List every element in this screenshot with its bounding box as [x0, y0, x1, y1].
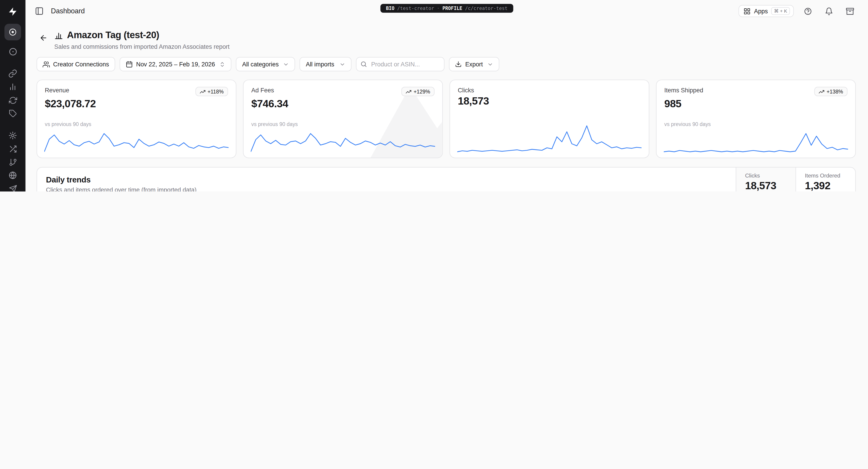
chevrons-up-down-icon [219, 61, 225, 67]
stat-label: Clicks [458, 87, 474, 93]
app-window: Dashboard BIO /test-creator · PROFILE /c… [0, 0, 868, 192]
badge-separator: · [437, 5, 440, 11]
stat-value: $23,078.72 [45, 98, 228, 110]
search-input[interactable] [356, 57, 445, 71]
category-select-value: All categories [242, 61, 279, 67]
context-badge[interactable]: BIO /test-creator · PROFILE /c/creator-t… [380, 4, 513, 13]
sidebar-item-flows[interactable] [3, 155, 22, 169]
stat-label: Revenue [45, 87, 69, 93]
chevron-down-icon [340, 61, 346, 67]
sidebar-item-disc[interactable] [3, 45, 22, 58]
stat-card-clicks: Clicks 18,573 [450, 80, 649, 158]
category-select[interactable]: All categories [236, 57, 295, 71]
topbar-actions: Apps ⌘ + K [739, 4, 857, 18]
topbar: Dashboard BIO /test-creator · PROFILE /c… [26, 0, 868, 22]
export-label: Export [465, 61, 483, 67]
profile-value: /c/creator-test [465, 5, 507, 11]
archive-box-icon [846, 7, 854, 15]
stat-cards: Revenue +118% $23,078.72 vs previous 90 … [37, 80, 856, 158]
sidebar-item-web[interactable] [3, 169, 22, 182]
stat-card-ad-fees: Ad Fees +129% $746.34 vs previous 90 day… [243, 80, 443, 158]
apps-label: Apps [754, 8, 768, 14]
search-icon [361, 61, 367, 67]
clicks-sparkline [457, 125, 642, 153]
page-breadcrumb: Dashboard [51, 7, 85, 15]
metric-toggle-clicks[interactable]: Clicks 18,573 [736, 168, 796, 192]
inbox-button[interactable] [842, 4, 857, 18]
stat-value: $746.34 [251, 98, 435, 110]
sidebar-item-links[interactable] [3, 67, 22, 80]
search-field [356, 57, 445, 71]
disc-icon [8, 47, 18, 56]
trend-badge: +138% [814, 87, 848, 96]
filter-bar: Creator Connections Nov 22, 2025 – Feb 1… [37, 57, 856, 71]
stat-value: 985 [664, 98, 848, 110]
apps-shortcut: ⌘ + K [771, 7, 790, 15]
calendar-icon [126, 61, 133, 68]
stat-card-revenue: Revenue +118% $23,078.72 vs previous 90 … [37, 80, 237, 158]
trend-badge-value: +118% [208, 89, 223, 95]
creator-connections-label: Creator Connections [53, 61, 109, 67]
bio-value: /test-creator [397, 5, 434, 11]
sidebar-item-tags[interactable] [3, 107, 22, 120]
bio-label: BIO [386, 5, 395, 11]
metric-value: 1,392 [805, 180, 845, 192]
ad-fees-sparkline [251, 132, 435, 153]
arrow-left-icon [39, 33, 48, 42]
sidebar-item-sync[interactable] [3, 94, 22, 107]
sidebar-item-automation[interactable] [3, 129, 22, 142]
download-icon [455, 61, 462, 67]
stat-note: vs previous 90 days [45, 121, 228, 127]
date-range-picker[interactable]: Nov 22, 2025 – Feb 19, 2026 [120, 57, 232, 71]
app-logo[interactable] [6, 5, 20, 18]
sidebar-item-analytics[interactable] [3, 80, 22, 94]
sidebar-item-campaigns[interactable] [3, 182, 22, 192]
refresh-icon [8, 96, 17, 104]
apps-button[interactable]: Apps ⌘ + K [739, 5, 794, 17]
sidebar-toggle-button[interactable] [32, 4, 46, 18]
trend-badge-value: +138% [827, 89, 843, 95]
metric-label: Clicks [745, 172, 785, 179]
page-title: Amazon Tag (test-20) [67, 30, 159, 41]
notifications-button[interactable] [822, 4, 836, 18]
globe-icon [8, 171, 17, 180]
stat-value: 18,573 [458, 95, 641, 107]
git-branch-icon [8, 158, 17, 166]
export-button[interactable]: Export [449, 57, 499, 71]
chevron-down-icon [487, 61, 493, 67]
panel-left-icon [35, 6, 43, 15]
imports-select[interactable]: All imports [300, 57, 352, 71]
profile-label: PROFILE [442, 5, 462, 11]
revenue-sparkline [44, 132, 229, 153]
back-button[interactable] [37, 31, 50, 44]
sidebar [0, 0, 26, 192]
stat-label: Items Shipped [664, 87, 703, 93]
daily-trends-subtitle: Clicks and items ordered over time (from… [46, 186, 727, 192]
users-icon [43, 61, 50, 68]
metric-toggle-items-ordered[interactable]: Items Ordered 1,392 [796, 168, 855, 192]
tag-icon [8, 109, 17, 118]
chevron-down-icon [283, 61, 289, 67]
help-button[interactable] [800, 4, 815, 18]
main-column: Dashboard BIO /test-creator · PROFILE /c… [26, 0, 868, 192]
stat-note: vs previous 90 days [251, 121, 435, 127]
sidebar-item-split[interactable] [3, 142, 22, 155]
link-icon [8, 69, 17, 78]
chart-title-icon [54, 31, 63, 40]
creator-connections-button[interactable]: Creator Connections [37, 57, 115, 71]
sidebar-item-record-active[interactable] [4, 24, 21, 40]
metric-label: Items Ordered [805, 172, 845, 179]
stat-card-items-shipped: Items Shipped +138% 985 vs previous 90 d… [656, 80, 856, 158]
send-icon [8, 185, 17, 192]
trend-badge-value: +129% [414, 89, 430, 95]
help-circle-icon [804, 7, 812, 15]
logo-bolt-icon [8, 6, 18, 16]
stat-label: Ad Fees [251, 87, 274, 93]
shuffle-icon [8, 144, 17, 153]
imports-select-value: All imports [306, 61, 334, 67]
stat-note: vs previous 90 days [664, 121, 848, 127]
trending-up-icon [406, 89, 411, 94]
items-shipped-sparkline [664, 132, 848, 153]
content: Amazon Tag (test-20) Sales and commissio… [26, 22, 868, 192]
trending-up-icon [819, 89, 824, 94]
